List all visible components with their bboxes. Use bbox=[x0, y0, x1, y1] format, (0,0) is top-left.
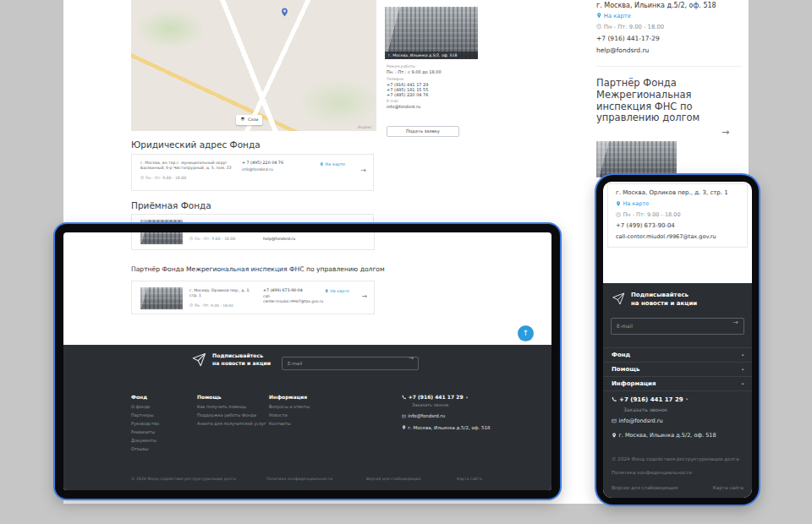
t-email-input[interactable] bbox=[282, 357, 419, 370]
t-partner-map-link-label: На карте bbox=[330, 289, 349, 293]
p-partner-card: г. Москва, Орликов пер., д. 3, стр. 1 На… bbox=[607, 183, 748, 248]
legal-email[interactable]: info@fondsrd.ru bbox=[242, 167, 273, 172]
t-col-title: Информация bbox=[269, 394, 310, 400]
legal-map-link[interactable]: На карте bbox=[320, 161, 345, 166]
p-privacy-link[interactable]: Политика конфиденциальности bbox=[612, 470, 692, 476]
t-footer-phone-row[interactable]: +7 (916) 441 17 29 bbox=[402, 394, 491, 400]
p-accordion: Фонд Помощь Информация bbox=[603, 347, 752, 391]
office-hours-label: Режим работы bbox=[387, 64, 415, 68]
p-partner-hours-row: Пн - Пт: 9.00 - 18.00 bbox=[616, 212, 681, 219]
p-copyright: © 2024 Фонд содействия реструктуризации … bbox=[612, 456, 739, 462]
t-footer-link[interactable]: О фонде bbox=[131, 404, 159, 409]
t-footer-link[interactable]: Контакты bbox=[269, 421, 310, 426]
p-subscribe-line2: на новости и акции bbox=[631, 300, 697, 307]
t-partner-email-line1[interactable]: call- bbox=[263, 294, 271, 298]
p-call-request-link[interactable]: Заказать звонок bbox=[623, 407, 667, 412]
p-partner-map-link[interactable]: На карте bbox=[616, 201, 649, 208]
mcol-map-link[interactable]: На карте bbox=[596, 13, 631, 19]
t-footer-col-info: Информация Вопросы и ответы Новости Конт… bbox=[269, 394, 310, 426]
chevron-down-icon bbox=[686, 398, 689, 401]
t-call-request-link[interactable]: Заказать звонок bbox=[412, 402, 491, 407]
mcol-hours: Пн - Пт: 9.00 - 18.00 bbox=[604, 24, 664, 30]
office-email-label: E-mail bbox=[387, 99, 398, 103]
t-subscribe-line2: на новости и акции bbox=[212, 360, 271, 366]
p-footer-address-row: г. Москва, Ильинка д.5/2, оф. 518 bbox=[612, 433, 716, 439]
t-footer-col-fond: Фонд О фонде Партнеры Руководство Реквиз… bbox=[131, 394, 159, 451]
mcol-phone[interactable]: +7 (916) 441-17-29 bbox=[596, 35, 660, 42]
p-accordion-item-fond[interactable]: Фонд bbox=[603, 348, 752, 363]
t-accessibility-link[interactable]: Версия для слабовидящих bbox=[366, 477, 421, 482]
p-partner-email[interactable]: call-center.miudol.r9967@tax.gov.ru bbox=[616, 234, 716, 241]
p-footer-email: info@fondsrd.ru bbox=[618, 418, 662, 424]
map-layers-label: Слои bbox=[248, 117, 258, 123]
t-col-title: Помощь bbox=[197, 394, 266, 400]
mcol-map-link-label: На карте bbox=[604, 13, 631, 19]
t-col-title: Фонд bbox=[131, 394, 159, 400]
t-partner-map-link[interactable]: На карте bbox=[325, 289, 349, 294]
p-partner-phone[interactable]: +7 (499) 673-90-04 bbox=[616, 222, 675, 229]
scroll-to-top-button[interactable]: ↑ bbox=[518, 325, 534, 341]
phone-frame: г. Москва, Орликов пер., д. 3, стр. 1 На… bbox=[596, 175, 759, 505]
t-subscribe-line1: Подписывайтесь bbox=[212, 352, 263, 358]
p-accessibility-link[interactable]: Версии для слабовидящих bbox=[612, 485, 678, 491]
p-accordion-label: Фонд bbox=[612, 352, 630, 358]
t-partner-email-line2[interactable]: center.miudol.r9967@tax.gov.ru bbox=[263, 299, 323, 303]
map-marker-icon[interactable] bbox=[280, 4, 289, 20]
office-contact-card: г. Москва, Ильинка д.5/2, оф. 518 Режим … bbox=[385, 7, 478, 142]
office-phone-3[interactable]: +7 (495) 220 04 76 bbox=[387, 92, 428, 97]
legal-address-line1: г. Москва, вн.тер.г. муниципальный округ bbox=[140, 161, 228, 166]
apply-button[interactable]: Подать заявку bbox=[387, 126, 459, 137]
t-sitemap-link[interactable]: Карта сайта bbox=[457, 477, 482, 482]
mcol-hours-row: Пн - Пт: 9.00 - 18.00 bbox=[596, 24, 664, 30]
p-footer-phone-row[interactable]: +7 (916) 441 17 29 bbox=[612, 396, 689, 403]
t-footer-link[interactable]: Поддержка работы Фонда bbox=[197, 412, 266, 418]
t-partner-phone[interactable]: +7 (499) 673-90-04 bbox=[263, 288, 303, 293]
legal-phone[interactable]: + 7 (495) 220 04 76 bbox=[242, 161, 283, 166]
t-footer-link[interactable]: Отзывы bbox=[131, 446, 159, 451]
t-partner-card: г. Москва, Орликов пер., д. 3, стр. 1 Пн… bbox=[131, 281, 375, 314]
mcol-arrow[interactable]: → bbox=[721, 127, 729, 138]
t-footer: Подписывайтесь на новости и акции → Фонд… bbox=[63, 345, 551, 490]
p-accordion-item-info[interactable]: Информация bbox=[603, 377, 752, 391]
t-footer-link[interactable]: Документы bbox=[131, 438, 159, 443]
t-footer-link[interactable]: Реквизиты bbox=[131, 429, 159, 434]
t-footer-link[interactable]: Руководство bbox=[131, 421, 159, 426]
office-email[interactable]: info@fondsrd.ru bbox=[387, 104, 420, 109]
phone-icon bbox=[612, 396, 619, 403]
p-sitemap-link[interactable]: Карта сайта bbox=[713, 485, 743, 491]
mcol-partner-heading: Партнёр Фонда Межрегиональная инспекция … bbox=[596, 78, 744, 124]
t-footer-phone: +7 (916) 441 17 29 bbox=[409, 394, 464, 400]
t-footer-contacts: +7 (916) 441 17 29 Заказать звонок info@… bbox=[402, 394, 491, 430]
mcol-divider bbox=[596, 66, 742, 67]
layers-icon bbox=[240, 117, 248, 123]
t-partner-card-arrow[interactable]: → bbox=[362, 292, 367, 300]
p-footer-phone: +7 (916) 441 17 29 bbox=[619, 396, 683, 403]
t-footer-link[interactable]: Партнеры bbox=[131, 412, 159, 418]
t-subscribe-submit-arrow[interactable]: → bbox=[409, 355, 414, 362]
legal-address-line2: Басманный, б-р Чистопрудный, д. 5, пом. … bbox=[140, 166, 232, 171]
p-email-input[interactable] bbox=[611, 318, 744, 335]
p-subscribe-submit-arrow[interactable]: → bbox=[732, 319, 738, 327]
p-partner-map-link-label: На карте bbox=[623, 200, 649, 207]
t-reception-email[interactable]: help@fondsrd.ru bbox=[263, 237, 295, 242]
t-footer-link[interactable]: Как получить помощь bbox=[197, 404, 266, 409]
p-accordion-item-help[interactable]: Помощь bbox=[603, 363, 752, 377]
t-footer-email-row[interactable]: info@fondsrd.ru bbox=[402, 413, 491, 419]
t-subscribe-form: → bbox=[282, 352, 419, 366]
legal-address-card: г. Москва, вн.тер.г. муниципальный округ… bbox=[131, 154, 374, 191]
map[interactable]: Слои Яндекс bbox=[131, 0, 376, 131]
t-footer-link[interactable]: Новости bbox=[269, 412, 310, 418]
t-reception-hours-row: Пн - Пт: 9.00 - 18.00 bbox=[189, 237, 235, 242]
t-footer-link[interactable]: Анкета для получателей услуг bbox=[197, 421, 266, 426]
responsive-preview-canvas: Слои Яндекс г. Москва, Ильинка д.5/2, оф… bbox=[0, 0, 812, 524]
t-partner-heading: Партнёр Фонда Межрегиональная инспекция … bbox=[131, 265, 385, 273]
mcol-email[interactable]: help@fondsrd.ru bbox=[596, 46, 649, 54]
legal-card-arrow[interactable]: → bbox=[360, 166, 366, 175]
t-privacy-link[interactable]: Политика конфиденциальности bbox=[266, 477, 332, 482]
t-footer-link[interactable]: Вопросы и ответы bbox=[269, 404, 310, 409]
t-partner-hours: Пн - Пт: 9.00 - 18.00 bbox=[195, 303, 233, 308]
p-footer-email-row[interactable]: info@fondsrd.ru bbox=[612, 418, 663, 425]
phone-screen: г. Москва, Орликов пер., д. 3, стр. 1 На… bbox=[603, 182, 752, 498]
p-accordion-label: Информация bbox=[612, 380, 656, 387]
map-layers-control[interactable]: Слои bbox=[236, 115, 262, 125]
